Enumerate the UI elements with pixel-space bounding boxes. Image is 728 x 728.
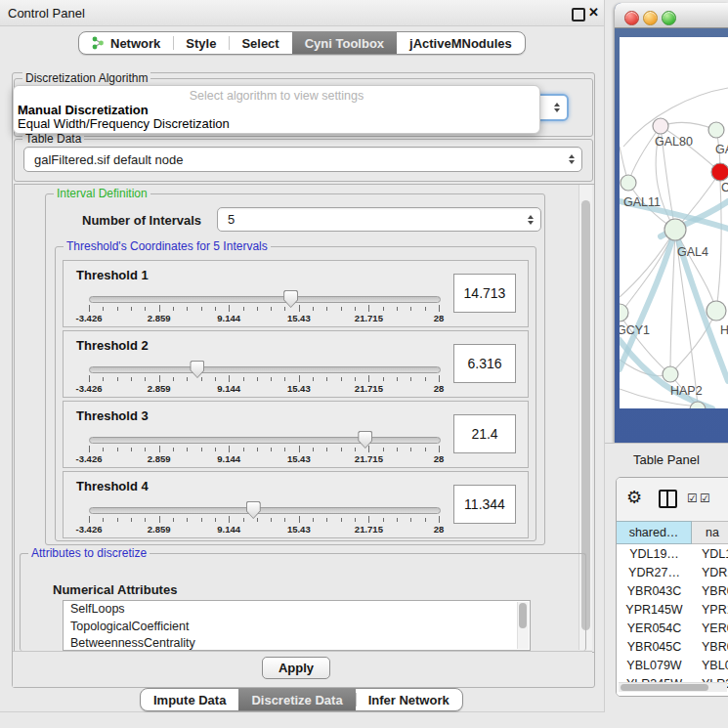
tick-mark <box>117 518 118 522</box>
checkbox-icon[interactable]: ☑ <box>687 492 698 505</box>
network-node-node-red[interactable] <box>711 163 728 181</box>
tick-label: 2.859 <box>148 383 171 394</box>
tick-mark <box>368 375 369 382</box>
table-horizontal-scrollbar[interactable] <box>619 682 727 692</box>
network-node-label: C <box>721 181 728 194</box>
tick-mark <box>89 305 90 312</box>
number-of-intervals-value: 5 <box>228 212 235 227</box>
column-header-name[interactable]: na <box>692 521 728 544</box>
window-close-button[interactable] <box>624 11 639 25</box>
tab-style[interactable]: Style <box>173 32 229 54</box>
tick-mark <box>117 377 118 381</box>
network-node-GAL80[interactable] <box>653 118 668 134</box>
network-node-HAP2[interactable] <box>663 366 678 382</box>
tick-mark <box>131 448 132 451</box>
tick-mark <box>145 307 146 311</box>
network-node-GCY1[interactable] <box>620 304 628 321</box>
algorithm-group-title: Discretization Algorithm <box>22 71 150 85</box>
table-row[interactable]: YBR043CYBR0 <box>617 581 728 600</box>
split-columns-icon[interactable] <box>659 490 677 508</box>
threshold-slider-4[interactable]: -3.4262.8599.14415.4321.71528 <box>89 501 439 535</box>
tick-mark <box>313 377 314 381</box>
tab-infer-network-label: Infer Network <box>368 693 450 707</box>
window-minimize-button[interactable] <box>643 11 658 25</box>
tab-discretize-data[interactable]: Discretize Data <box>238 689 355 710</box>
threshold-slider-3[interactable]: -3.4262.8599.14415.4321.71528 <box>89 431 439 464</box>
threshold-slider-2[interactable]: -3.4262.8599.14415.4321.71528 <box>89 361 439 394</box>
tick-mark <box>131 377 132 381</box>
tick-mark <box>368 305 369 312</box>
network-node-node-right-mid[interactable] <box>707 301 726 321</box>
close-icon[interactable]: ✕ <box>588 5 599 20</box>
network-canvas[interactable]: GAL80GACGAL11GAL4GCY1HHAP2 <box>620 37 728 408</box>
gear-icon[interactable]: ⚙ <box>626 487 642 508</box>
tick-mark <box>145 448 146 451</box>
column-header-shared-name[interactable]: shared… <box>617 521 692 544</box>
tab-infer-network[interactable]: Infer Network <box>356 689 462 710</box>
tick-mark <box>355 377 356 381</box>
tick-label: 9.144 <box>217 524 240 535</box>
tick-mark <box>257 307 258 311</box>
slider-ticks <box>89 446 439 453</box>
network-window-titlebar[interactable] <box>615 3 728 28</box>
table-header-row: shared… na <box>617 521 728 544</box>
table-row[interactable]: YDL19…YDL1 <box>617 544 728 563</box>
table-body: YDL19…YDL1YDR27…YDR2YBR043CYBR0YPR145WYP… <box>617 544 728 697</box>
table-row[interactable]: YBR045CYBR0 <box>617 637 728 656</box>
algorithm-popup-hint: Select algorithm to view settings <box>14 89 539 103</box>
threshold-value-field-1[interactable]: 14.713 <box>453 274 516 313</box>
tick-mark <box>145 377 146 381</box>
tick-mark <box>299 516 300 523</box>
thresholds-group-title: Threshold's Coordinates for 5 Intervals <box>64 239 271 253</box>
table-row[interactable]: YIL052CYIL0 <box>617 693 728 697</box>
table-data-combobox[interactable]: galFiltered.sif default node <box>23 147 582 172</box>
numerical-attributes-list[interactable]: SelfLoopsTopologicalCoefficientBetweenne… <box>63 600 531 651</box>
threshold-label: Threshold 4 <box>76 479 149 493</box>
tick-mark <box>201 448 202 451</box>
threshold-slider-1[interactable]: -3.4262.8599.14415.4321.71528 <box>89 290 439 323</box>
table-row[interactable]: YPR145WYPR1 <box>617 600 728 619</box>
tab-cyni-toolbox[interactable]: Cyni Toolbox <box>292 32 397 54</box>
table-row[interactable]: YER054CYER0 <box>617 619 728 637</box>
tab-jactivemnodules[interactable]: jActiveMNodules <box>397 32 525 54</box>
algorithm-option-manual[interactable]: Manual Discretization <box>18 103 149 117</box>
tick-mark <box>284 518 285 522</box>
tick-mark <box>299 375 300 382</box>
tab-style-label: Style <box>186 36 216 51</box>
table-row[interactable]: YDR27…YDR2 <box>617 563 728 581</box>
apply-button[interactable]: Apply <box>262 657 330 679</box>
tick-mark <box>271 307 272 311</box>
network-node-node-top-right[interactable] <box>708 122 724 138</box>
tick-mark <box>257 518 258 522</box>
tick-mark <box>215 377 216 381</box>
tab-impute-data[interactable]: Impute Data <box>141 689 238 710</box>
window-zoom-button[interactable] <box>662 11 676 25</box>
tick-mark <box>201 518 202 522</box>
network-node-node-left[interactable] <box>621 175 636 191</box>
scrollbar-thumb[interactable] <box>621 684 708 691</box>
threshold-value-field-2[interactable]: 6.316 <box>453 344 516 383</box>
control-panel-titlebar: Control Panel ✕ <box>0 0 604 26</box>
control-panel-window: Control Panel ✕ Network Style Select Cyn… <box>0 0 605 712</box>
threshold-value-field-3[interactable]: 21.4 <box>453 414 516 453</box>
tab-select[interactable]: Select <box>229 32 291 54</box>
tick-mark <box>326 518 327 522</box>
attribute-list-item[interactable]: BetweennessCentrality <box>64 635 530 651</box>
attributes-list-scrollbar[interactable] <box>517 602 529 649</box>
number-of-intervals-combobox[interactable]: 5 <box>217 207 541 232</box>
scrollbar-thumb[interactable] <box>519 603 527 628</box>
checkbox-icon[interactable]: ☑ <box>700 492 710 505</box>
tick-mark <box>173 377 174 381</box>
attribute-list-item[interactable]: TopologicalCoefficient <box>64 619 530 636</box>
threshold-value-field-4[interactable]: 11.344 <box>453 485 516 524</box>
network-node-GAL4[interactable] <box>664 219 686 240</box>
tick-mark <box>271 518 272 522</box>
algorithm-option-equal-width[interactable]: Equal Width/Frequency Discretization <box>18 116 230 131</box>
table-row[interactable]: YBL079WYBL0 <box>617 656 728 674</box>
tab-network[interactable]: Network <box>79 32 173 54</box>
tick-mark <box>187 448 188 451</box>
tick-mark <box>284 377 285 381</box>
float-window-icon[interactable] <box>572 8 585 21</box>
attribute-list-item[interactable]: SelfLoops <box>64 601 530 619</box>
tick-mark <box>117 307 118 311</box>
